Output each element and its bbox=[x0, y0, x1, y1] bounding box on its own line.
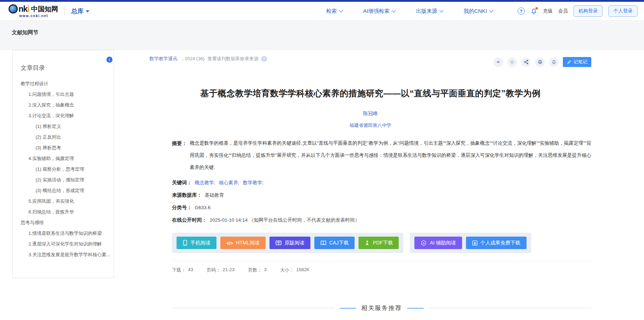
ai-ai-hexagon-button[interactable]: AIAI 辅助阅读 bbox=[414, 237, 462, 249]
sub-header-band: 文献知网节 bbox=[0, 21, 644, 50]
nav-item-4[interactable]: 我的CNKI bbox=[464, 8, 493, 15]
article-title: 基于概念教学培育数学学科核心素养的措施研究——以“直线与平面垂直的判定”教学为例 bbox=[150, 88, 591, 99]
favorite-button[interactable]: ☆ bbox=[507, 57, 517, 67]
read-download-band: 手机阅读</>HTML阅读原版阅读CAJ下载PDF下载 bbox=[172, 233, 403, 253]
online-time-value: 2025-01-10 14:14 bbox=[210, 217, 248, 223]
doc-stat: 页码：21-23 bbox=[206, 267, 234, 273]
button-label: 个人成果免费下载 bbox=[481, 240, 520, 246]
toc-item[interactable]: 教学过程设计 bbox=[13, 78, 114, 89]
nav-item-1[interactable]: 检索 bbox=[326, 8, 342, 15]
article-author[interactable]: 陈冠峰 bbox=[150, 110, 591, 117]
toc-item[interactable]: 1.情境是联系生活与数学知识的桥梁 bbox=[13, 228, 114, 239]
button-label: 原版阅读 bbox=[284, 240, 304, 246]
sidebar-collapse-button[interactable] bbox=[106, 57, 112, 63]
toc-item[interactable]: 5.应用巩固，夯实强化 bbox=[13, 196, 114, 207]
ai-download-box-button[interactable]: 个人成果免费下载 bbox=[466, 237, 527, 249]
ai-hexagon-icon: AI bbox=[420, 240, 427, 246]
toc-item[interactable]: (3) 概括总结，形成定理 bbox=[13, 185, 114, 196]
abstract-text: 概念是数学的根基，是培养学生学科素养的关键途径.文章以“直线与平面垂直的判定”教… bbox=[190, 137, 591, 174]
article-affiliation[interactable]: 福建省莆田第八中学 bbox=[150, 122, 591, 129]
read-open-book-button[interactable]: CAJ下载 bbox=[314, 237, 355, 249]
cite-button[interactable]: “ bbox=[493, 57, 503, 67]
stat-label: 大小： bbox=[280, 267, 294, 273]
doc-stat: 下载：43 bbox=[172, 267, 193, 273]
button-label: HTML阅读 bbox=[236, 240, 260, 246]
read-code-button[interactable]: </>HTML阅读 bbox=[220, 237, 266, 249]
stat-value: 1582K bbox=[296, 267, 310, 273]
toc-item[interactable]: (1) 观察分析，思考定理 bbox=[13, 164, 114, 175]
recharge-link[interactable]: 充值 bbox=[543, 8, 553, 14]
notification-badge bbox=[535, 7, 538, 10]
header-right: ? 充值 会员 机构登录 个人登录 bbox=[518, 5, 638, 17]
toc-title: 文章目录 bbox=[13, 50, 114, 76]
keyword-link[interactable]: 概念教学; bbox=[195, 180, 215, 186]
toc-item[interactable]: (1) 辨析定义 bbox=[13, 121, 114, 132]
pencil-icon bbox=[567, 60, 571, 64]
printer-icon bbox=[538, 60, 543, 64]
cnki-logo[interactable]: nki 中国知网 www.cnki.net bbox=[9, 4, 58, 18]
solid-divider-right bbox=[407, 308, 424, 309]
keyword-link[interactable]: 数学教学; bbox=[243, 180, 264, 186]
online-time-label: 在线公开时间： bbox=[172, 216, 207, 223]
nav-item-label: 出版来源 bbox=[416, 8, 437, 15]
quote-icon: “ bbox=[497, 62, 500, 65]
clc-value: G633.6 bbox=[195, 205, 210, 210]
clc-label: 分类号： bbox=[172, 204, 192, 211]
caret-down-icon bbox=[86, 10, 89, 12]
toc-item[interactable]: 2.逐层深入可深化学生对知识的理解 bbox=[13, 239, 114, 249]
notifications-button[interactable] bbox=[530, 8, 537, 15]
svg-text:AI: AI bbox=[423, 242, 425, 244]
read-person-button[interactable]: PDF下载 bbox=[358, 237, 399, 249]
toc-sidebar: 文章目录 教学过程设计1.问题情境，引出主题2.深入探究，抽象概念3.讨论交流，… bbox=[12, 50, 114, 278]
toc-item[interactable]: (2) 实操活动，感知定理 bbox=[13, 175, 114, 185]
toc-item[interactable]: 4.实验辅助，揭露定理 bbox=[13, 153, 114, 164]
toc-item[interactable]: 3.关注思维发展是提升数学学科核心素... bbox=[13, 249, 114, 260]
chevron-down-icon bbox=[339, 8, 343, 12]
take-note-button[interactable]: 记笔记 bbox=[563, 57, 591, 67]
chevron-down-icon bbox=[439, 8, 443, 12]
article-panel: 数学教学通讯 ，2024 (36) 查看该刊数据库收录来源 ? “ ☆ bbox=[114, 50, 644, 320]
journal-link[interactable]: 数学教学通讯 bbox=[150, 56, 177, 62]
journal-source-link[interactable]: 查看该刊数据库收录来源 bbox=[208, 56, 258, 62]
abstract-row: 摘要： 概念是数学的根基，是培养学生学科素养的关键途径.文章以“直线与平面垂直的… bbox=[172, 137, 591, 174]
journal-line: 数学教学通讯 ，2024 (36) 查看该刊数据库收录来源 ? bbox=[150, 56, 267, 62]
database-switcher[interactable]: 总库 bbox=[71, 7, 89, 15]
source-db-label: 来源数据库： bbox=[172, 191, 202, 198]
nav-item-2[interactable]: AI增强检索 bbox=[363, 8, 395, 15]
keywords-values: 概念教学;核心素养;数学教学; bbox=[195, 180, 263, 186]
open-book-icon bbox=[320, 240, 326, 246]
keyword-link[interactable]: 核心素养; bbox=[219, 180, 240, 186]
logo-url: www.cnki.net bbox=[19, 14, 58, 18]
clc-row: 分类号： G633.6 bbox=[172, 204, 591, 211]
help-icon[interactable]: ? bbox=[518, 7, 525, 15]
nav-item-label: AI增强检索 bbox=[363, 8, 389, 15]
share-button[interactable] bbox=[521, 57, 531, 67]
toc-item[interactable]: 2.深入探究，抽象概念 bbox=[13, 100, 114, 110]
globe-icon bbox=[9, 4, 18, 14]
action-bands: 手机阅读</>HTML阅读原版阅读CAJ下载PDF下载 AIAI 辅助阅读个人成… bbox=[172, 233, 591, 253]
keywords-label: 关键词： bbox=[172, 179, 192, 186]
nav-item-3[interactable]: 出版来源 bbox=[416, 8, 443, 15]
journal-help-icon[interactable]: ? bbox=[261, 56, 267, 62]
alert-button[interactable] bbox=[549, 57, 559, 67]
member-link[interactable]: 会员 bbox=[558, 8, 568, 14]
personal-login-button[interactable]: 个人登录 bbox=[608, 5, 638, 17]
doc-topline: 数学教学通讯 ，2024 (36) 查看该刊数据库收录来源 ? “ ☆ bbox=[150, 55, 591, 67]
org-login-button[interactable]: 机构登录 bbox=[574, 5, 603, 17]
toc-item[interactable]: 思考与感悟 bbox=[13, 217, 114, 228]
toc-item[interactable]: 1.问题情境，引出主题 bbox=[13, 89, 114, 100]
ai-band: AIAI 辅助阅读个人成果免费下载 bbox=[410, 233, 531, 253]
read-phone-button[interactable]: 手机阅读 bbox=[177, 237, 216, 249]
print-button[interactable] bbox=[535, 57, 545, 67]
read-book-pages-button[interactable]: 原版阅读 bbox=[269, 237, 310, 249]
share-icon bbox=[524, 60, 529, 64]
take-note-label: 记笔记 bbox=[574, 59, 587, 65]
bell-outline-icon bbox=[551, 60, 556, 64]
toc-item[interactable]: 3.讨论交流，深化理解 bbox=[13, 110, 114, 121]
toc-item[interactable]: 6.归纳总结，提炼升华 bbox=[13, 207, 114, 217]
stat-label: 页数： bbox=[248, 267, 262, 273]
chevron-down-icon bbox=[489, 8, 493, 12]
toc-item[interactable]: (2) 正反对比 bbox=[13, 132, 114, 143]
article-meta-block: 摘要： 概念是数学的根基，是培养学生学科素养的关键途径.文章以“直线与平面垂直的… bbox=[172, 137, 591, 320]
toc-item[interactable]: (3) 辨析思考 bbox=[13, 143, 114, 153]
